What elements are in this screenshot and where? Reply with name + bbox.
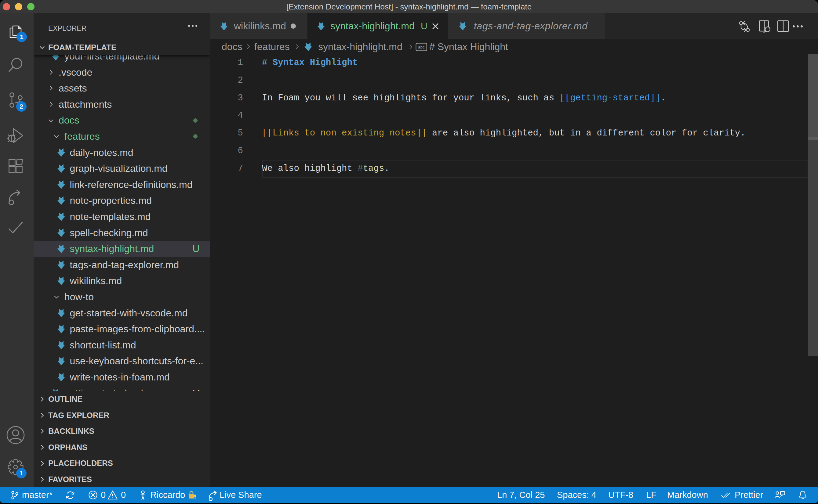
svg-text:abc: abc xyxy=(418,45,425,49)
